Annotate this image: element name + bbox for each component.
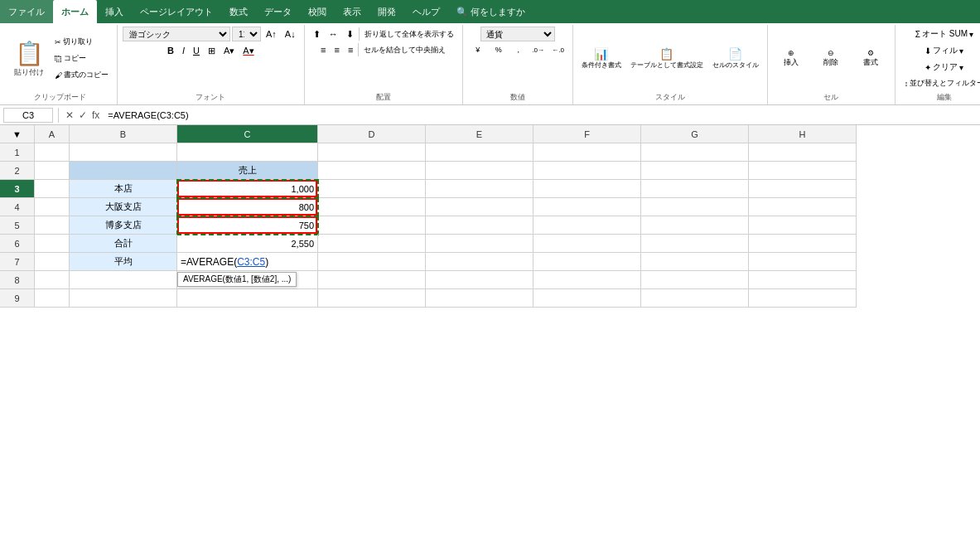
font-size-select[interactable]: 11 <box>232 27 261 41</box>
tab-insert[interactable]: 挿入 <box>97 0 132 23</box>
cell-g4[interactable] <box>641 198 749 216</box>
row-num-7[interactable]: 7 <box>0 253 35 271</box>
align-right-button[interactable]: ≡ <box>345 42 356 57</box>
col-header-d[interactable]: D <box>318 125 426 143</box>
formula-input[interactable] <box>104 109 977 121</box>
format-painter-button[interactable]: 🖌 書式のコピー <box>51 68 112 83</box>
decrease-font-button[interactable]: A↓ <box>282 27 299 41</box>
align-top-button[interactable]: ⬆ <box>310 27 324 41</box>
format-cells-button[interactable]: ⚙ 書式 <box>852 46 890 70</box>
cell-b8[interactable] <box>70 271 177 289</box>
cell-g6[interactable] <box>641 235 749 253</box>
cell-c1[interactable] <box>177 143 318 162</box>
font-name-select[interactable]: 游ゴシック <box>123 27 230 41</box>
cell-e9[interactable] <box>426 289 533 308</box>
row-num-4[interactable]: 4 <box>0 198 35 216</box>
paste-button[interactable]: 📋 貼り付け <box>8 37 50 80</box>
delete-cells-button[interactable]: ⊖ 削除 <box>813 46 850 70</box>
cell-g1[interactable] <box>641 143 749 162</box>
cell-g5[interactable] <box>641 216 749 235</box>
cell-g3[interactable] <box>641 180 749 198</box>
tab-home[interactable]: ホーム <box>53 0 97 23</box>
cell-d2[interactable] <box>318 162 426 180</box>
underline-button[interactable]: U <box>190 43 203 58</box>
cell-h2[interactable] <box>749 162 857 180</box>
align-middle-button[interactable]: ↔ <box>326 27 341 41</box>
cell-h9[interactable] <box>749 289 857 308</box>
cell-d3[interactable] <box>318 180 426 198</box>
col-header-f[interactable]: F <box>533 125 641 143</box>
cell-e6[interactable] <box>426 235 533 253</box>
cell-f6[interactable] <box>533 235 641 253</box>
cell-a1[interactable] <box>35 143 70 162</box>
clear-button[interactable]: ✦ クリア ▾ <box>920 60 968 75</box>
cell-f5[interactable] <box>533 216 641 235</box>
cell-g8[interactable] <box>641 271 749 289</box>
bold-button[interactable]: B <box>164 43 177 58</box>
cut-button[interactable]: ✂ 切り取り <box>51 35 112 50</box>
currency-button[interactable]: ¥ <box>468 43 488 56</box>
cell-b6[interactable]: 合計 <box>70 235 177 253</box>
increase-font-button[interactable]: A↑ <box>263 27 280 41</box>
cell-h5[interactable] <box>749 216 857 235</box>
row-num-9[interactable]: 9 <box>0 289 35 308</box>
cell-e2[interactable] <box>426 162 533 180</box>
cell-c2[interactable]: 売上 <box>177 162 318 180</box>
cell-g9[interactable] <box>641 289 749 308</box>
tab-developer[interactable]: 開発 <box>369 0 404 23</box>
tab-review[interactable]: 校閲 <box>300 0 335 23</box>
align-bottom-button[interactable]: ⬇ <box>343 27 357 41</box>
cell-h6[interactable] <box>749 235 857 253</box>
cell-b1[interactable] <box>70 143 177 162</box>
font-color-button[interactable]: A▾ <box>239 43 257 58</box>
cell-h1[interactable] <box>749 143 857 162</box>
cell-f1[interactable] <box>533 143 641 162</box>
row-num-3[interactable]: 3 <box>0 180 35 198</box>
col-header-h[interactable]: H <box>749 125 857 143</box>
cell-b2[interactable] <box>70 162 177 180</box>
cell-b3[interactable]: 本店 <box>70 180 177 198</box>
cell-e4[interactable] <box>426 198 533 216</box>
cell-b9[interactable] <box>70 289 177 308</box>
cell-b7[interactable]: 平均 <box>70 253 177 271</box>
merge-center-button[interactable]: セルを結合して中央揃え <box>360 42 449 57</box>
comma-button[interactable]: , <box>509 43 528 56</box>
row-num-2[interactable]: 2 <box>0 162 35 180</box>
row-num-8[interactable]: 8 <box>0 271 35 289</box>
cell-f9[interactable] <box>533 289 641 308</box>
cell-e3[interactable] <box>426 180 533 198</box>
cell-a8[interactable] <box>35 271 70 289</box>
cell-d4[interactable] <box>318 198 426 216</box>
cell-c3[interactable]: 1,000 <box>177 180 318 198</box>
cell-f2[interactable] <box>533 162 641 180</box>
cell-h8[interactable] <box>749 271 857 289</box>
col-header-b[interactable]: B <box>70 125 177 143</box>
autosum-button[interactable]: Σ オート SUM ▾ <box>911 27 978 41</box>
row-num-5[interactable]: 5 <box>0 216 35 235</box>
cell-c7[interactable]: =AVERAGE(C3:C5) AVERAGE(数値1, [数値2], ...) <box>177 253 318 271</box>
cell-f7[interactable] <box>533 253 641 271</box>
cell-g7[interactable] <box>641 253 749 271</box>
insert-cells-button[interactable]: ⊕ 挿入 <box>773 46 810 70</box>
cell-c9[interactable] <box>177 289 318 308</box>
copy-button[interactable]: ⿻ コピー <box>51 51 112 66</box>
cell-a4[interactable] <box>35 198 70 216</box>
cell-a6[interactable] <box>35 235 70 253</box>
fill-color-button[interactable]: A▾ <box>220 43 238 58</box>
cell-d9[interactable] <box>318 289 426 308</box>
cell-styles-button[interactable]: 📄 セルのスタイル <box>709 45 762 72</box>
fill-button[interactable]: ⬇ フィル ▾ <box>920 43 968 58</box>
cell-h3[interactable] <box>749 180 857 198</box>
cell-h4[interactable] <box>749 198 857 216</box>
cell-a5[interactable] <box>35 216 70 235</box>
number-format-select[interactable]: 通貨 <box>480 27 555 41</box>
col-header-g[interactable]: G <box>641 125 749 143</box>
cell-f3[interactable] <box>533 180 641 198</box>
cell-e8[interactable] <box>426 271 533 289</box>
cell-g2[interactable] <box>641 162 749 180</box>
cell-f8[interactable] <box>533 271 641 289</box>
cell-c6[interactable]: 2,550 <box>177 235 318 253</box>
tab-data[interactable]: データ <box>256 0 300 23</box>
sort-filter-button[interactable]: ↕ 並び替えとフィルター <box>900 76 980 90</box>
cell-reference-box[interactable] <box>3 108 53 123</box>
